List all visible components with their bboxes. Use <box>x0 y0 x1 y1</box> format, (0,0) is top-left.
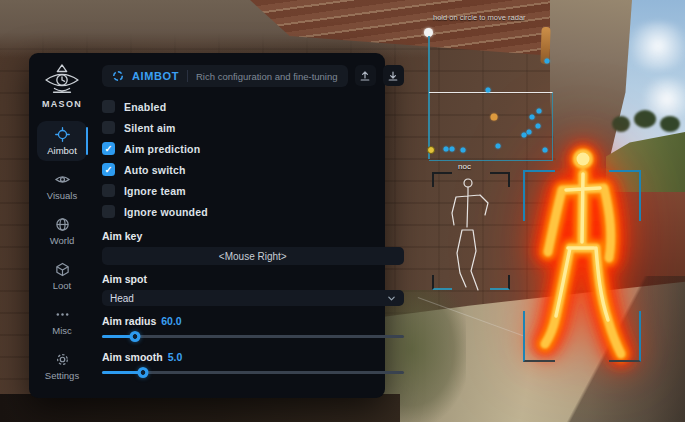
aim-radius-slider[interactable] <box>102 330 404 342</box>
aim-spot-select[interactable]: Head <box>102 290 404 306</box>
corner-bracket <box>609 170 641 221</box>
esp-corner-box-player <box>523 170 641 362</box>
checkbox-label: Aim prediction <box>124 143 200 155</box>
sidebar-item-label: Settings <box>45 370 79 381</box>
checkbox[interactable] <box>102 121 115 134</box>
bg-tree <box>634 110 656 128</box>
corner-bracket <box>523 170 555 221</box>
chevron-down-icon <box>387 294 396 303</box>
page-subtitle: Rich configuration and fine-tuning <box>196 71 338 82</box>
radar-box <box>429 92 553 161</box>
checkbox-ignore-wounded[interactable]: Ignore wounded <box>102 201 404 222</box>
bg-tree <box>612 116 630 132</box>
sidebar-item-misc[interactable]: Misc <box>37 301 87 341</box>
cube-icon <box>55 262 70 277</box>
aim-spot-label: Aim spot <box>102 273 404 285</box>
bg-wooden-pole <box>540 27 550 64</box>
aim-spot-value: Head <box>110 293 134 304</box>
aim-key-bind-button[interactable]: <Mouse Right> <box>102 247 404 265</box>
checkbox-label: Enabled <box>124 101 166 113</box>
checkbox[interactable] <box>102 163 115 176</box>
cheat-menu-panel: MASON Aimbot Visuals World Loot Misc <box>29 53 385 398</box>
slider-thumb[interactable] <box>130 331 141 342</box>
tab-header: AIMBOT Rich configuration and fine-tunin… <box>102 65 404 87</box>
bg-dark-ground <box>0 394 400 422</box>
slider-value: 60.0 <box>161 315 181 327</box>
esp-player-name: noc <box>458 162 471 171</box>
bg-tree <box>660 116 680 132</box>
game-screen: hold on circle to move radar noc <box>0 0 685 422</box>
sidebar-item-label: Aimbot <box>47 145 77 156</box>
aim-key-label: Aim key <box>102 230 404 242</box>
eye-icon <box>55 172 70 187</box>
checkbox-label: Ignore team <box>124 185 186 197</box>
sidebar-item-visuals[interactable]: Visuals <box>37 166 87 206</box>
slider-track[interactable] <box>102 335 404 338</box>
target-circle-icon <box>112 70 124 82</box>
mason-logo-icon <box>43 64 81 96</box>
sidebar-item-world[interactable]: World <box>37 211 87 251</box>
slider-thumb[interactable] <box>137 367 148 378</box>
export-config-button[interactable] <box>383 65 404 86</box>
sidebar-item-loot[interactable]: Loot <box>37 256 87 296</box>
globe-icon <box>55 217 70 232</box>
corner-bracket <box>609 311 641 362</box>
sidebar: MASON Aimbot Visuals World Loot Misc <box>29 53 95 398</box>
page-title: AIMBOT <box>132 70 179 82</box>
tab-content: AIMBOT Rich configuration and fine-tunin… <box>95 53 414 398</box>
sidebar-item-aimbot[interactable]: Aimbot <box>37 121 87 161</box>
checkbox-ignore-team[interactable]: Ignore team <box>102 180 404 201</box>
slider-label: Aim smooth <box>102 351 163 363</box>
checkbox-label: Ignore wounded <box>124 206 208 218</box>
sidebar-item-label: Misc <box>52 325 72 336</box>
checkbox-aim-prediction[interactable]: Aim prediction <box>102 138 404 159</box>
aim-smooth-slider[interactable] <box>102 366 404 378</box>
checkbox-auto-switch[interactable]: Auto switch <box>102 159 404 180</box>
checkbox-silent-aim[interactable]: Silent aim <box>102 117 404 138</box>
checkbox-label: Auto switch <box>124 164 186 176</box>
sidebar-item-label: Loot <box>53 280 72 291</box>
tab-header-pill: AIMBOT Rich configuration and fine-tunin… <box>102 65 348 87</box>
aim-smooth-label-row: Aim smooth 5.0 <box>102 351 404 363</box>
checkbox[interactable] <box>102 205 115 218</box>
aim-radius-label-row: Aim radius 60.0 <box>102 315 404 327</box>
gear-icon <box>55 352 70 367</box>
bg-cloud <box>622 22 685 70</box>
download-icon <box>387 70 399 82</box>
import-config-button[interactable] <box>355 65 376 86</box>
upload-icon <box>359 70 371 82</box>
radar-hint-text: hold on circle to move radar <box>433 13 526 22</box>
checkbox-label: Silent aim <box>124 122 176 134</box>
checkbox-enabled[interactable]: Enabled <box>102 96 404 117</box>
crosshair-icon <box>55 127 70 142</box>
ellipsis-icon <box>55 307 70 322</box>
esp-skeleton <box>440 175 500 293</box>
brand-name: MASON <box>42 99 82 109</box>
checkbox[interactable] <box>102 184 115 197</box>
checkbox[interactable] <box>102 142 115 155</box>
sidebar-item-label: Visuals <box>47 190 77 201</box>
slider-label: Aim radius <box>102 315 156 327</box>
checkbox[interactable] <box>102 100 115 113</box>
divider <box>187 70 188 82</box>
sidebar-item-settings[interactable]: Settings <box>37 346 87 386</box>
slider-value: 5.0 <box>168 351 183 363</box>
sidebar-item-label: World <box>50 235 75 246</box>
corner-bracket <box>523 311 555 362</box>
